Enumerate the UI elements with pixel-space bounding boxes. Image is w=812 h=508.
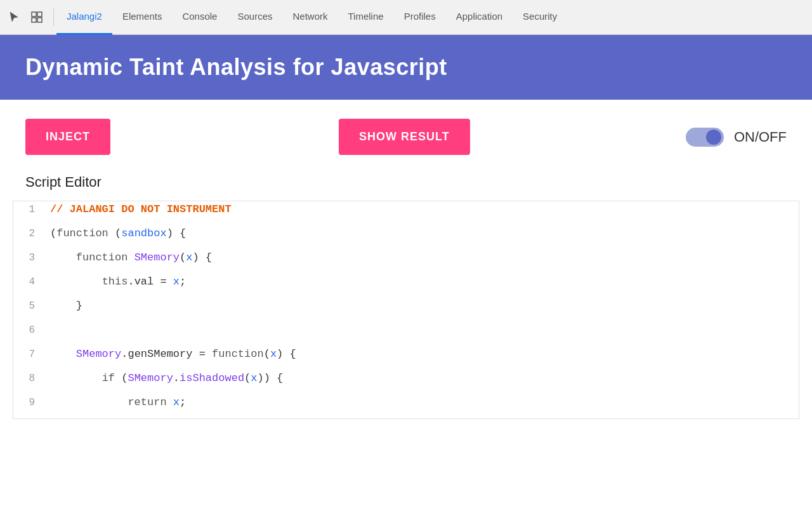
code-line: 7 SMemory.genSMemory = function(x) { <box>13 346 799 370</box>
devtools-tabs: Jalangi2 Elements Console Sources Networ… <box>56 0 567 35</box>
line-number: 2 <box>13 227 45 239</box>
show-result-button[interactable]: SHOW RESULT <box>339 119 470 155</box>
code-line: 2(function (sandbox) { <box>13 225 799 250</box>
line-content: if (SMemory.isShadowed(x)) { <box>45 372 799 384</box>
svg-rect-2 <box>32 18 36 22</box>
toggle-area: ON/OFF <box>686 128 787 147</box>
line-content: this.val = x; <box>45 276 799 288</box>
cursor-icon[interactable] <box>5 8 23 26</box>
line-content: function SMemory(x) { <box>45 251 799 264</box>
svg-rect-3 <box>37 18 42 22</box>
tab-console[interactable]: Console <box>172 0 227 35</box>
line-number: 6 <box>13 323 45 336</box>
tab-application[interactable]: Application <box>446 0 513 35</box>
line-content: (function (sandbox) { <box>45 227 799 239</box>
line-number: 3 <box>13 251 45 264</box>
svg-rect-1 <box>37 12 42 17</box>
line-content: } <box>45 300 799 312</box>
line-number: 8 <box>13 371 45 384</box>
inspect-icon[interactable] <box>28 8 46 26</box>
code-line: 8 if (SMemory.isShadowed(x)) { <box>13 370 799 394</box>
tab-timeline[interactable]: Timeline <box>338 0 394 35</box>
line-content: // JALANGI DO NOT INSTRUMENT <box>45 203 799 215</box>
line-number: 7 <box>13 347 45 360</box>
tab-elements[interactable]: Elements <box>112 0 173 35</box>
line-number: 1 <box>13 203 45 215</box>
line-number: 4 <box>13 275 45 288</box>
app-title: Dynamic Taint Analysis for Javascript <box>25 54 787 81</box>
tab-jalangi2[interactable]: Jalangi2 <box>56 0 112 35</box>
line-number: 9 <box>13 396 45 408</box>
app-header: Dynamic Taint Analysis for Javascript <box>0 35 812 100</box>
line-number: 5 <box>13 299 45 312</box>
code-line: 9 return x; <box>13 394 799 418</box>
svg-rect-0 <box>32 12 36 17</box>
tab-network[interactable]: Network <box>283 0 338 35</box>
code-line: 5 } <box>13 298 799 322</box>
code-line: 1// JALANGI DO NOT INSTRUMENT <box>13 201 799 225</box>
code-line: 4 this.val = x; <box>13 274 799 298</box>
toggle-label: ON/OFF <box>734 129 787 145</box>
tab-profiles[interactable]: Profiles <box>394 0 446 35</box>
on-off-toggle[interactable] <box>686 128 724 147</box>
devtools-bar: Jalangi2 Elements Console Sources Networ… <box>0 0 812 35</box>
line-content: return x; <box>45 396 799 408</box>
toolbar: INJECT SHOW RESULT ON/OFF <box>0 100 812 174</box>
tab-sources[interactable]: Sources <box>227 0 282 35</box>
code-line: 3 function SMemory(x) { <box>13 250 799 274</box>
devtools-icon-group <box>5 8 54 26</box>
section-title: Script Editor <box>0 174 812 201</box>
code-line: 6 <box>13 322 799 346</box>
inject-button[interactable]: INJECT <box>25 119 110 155</box>
code-editor[interactable]: 1// JALANGI DO NOT INSTRUMENT2(function … <box>13 201 799 419</box>
tab-security[interactable]: Security <box>513 0 567 35</box>
toggle-thumb <box>706 130 721 145</box>
line-content: SMemory.genSMemory = function(x) { <box>45 348 799 360</box>
